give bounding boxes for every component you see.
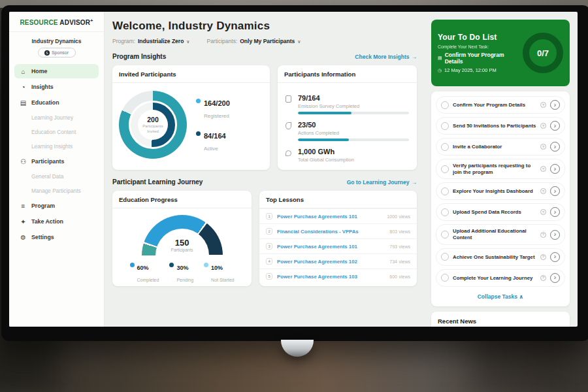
chevron-up-icon: ∧ [519, 293, 523, 300]
info-icon[interactable]: ? [540, 102, 546, 108]
arrow-right-icon: → [412, 179, 417, 186]
lesson-link[interactable]: Power Purchase Agreements 101 [277, 214, 382, 220]
program-insights-header: Program Insights Check More Insights→ [112, 53, 417, 60]
lesson-row: 3 Power Purchase Agreements 101 793 view… [259, 238, 417, 253]
collapse-tasks-link[interactable]: Collapse Tasks ∧ [436, 290, 565, 304]
sidebar-item-program[interactable]: ≡ Program [14, 199, 99, 213]
sidebar-item-education[interactable]: ▤ Education [14, 95, 99, 110]
top-lessons-card: Top Lessons 1 Power Purchase Agreements … [259, 191, 417, 286]
sidebar-item-manage-participants[interactable]: Manage Participants [14, 184, 99, 197]
checkbox-icon[interactable] [441, 101, 449, 109]
legend-dot [196, 99, 201, 103]
invited-participants-donut: 200 Participants Invited [119, 91, 187, 159]
checkbox-icon[interactable] [441, 253, 449, 261]
todo-panel: Your To Do List Complete Your Next Task:… [423, 12, 578, 327]
sidebar-item-learning-insights[interactable]: Learning Insights [14, 140, 99, 153]
info-icon[interactable]: ? [540, 166, 546, 172]
info-icon[interactable]: ? [540, 209, 546, 215]
chevron-right-icon[interactable]: › [550, 121, 560, 131]
check-more-insights-link[interactable]: Check More Insights→ [355, 54, 417, 60]
lesson-link[interactable]: Power Purchase Agreements 101 [277, 244, 385, 250]
todo-item-5[interactable]: Upload Spend Data Records ? › [436, 203, 565, 221]
gear-icon: ⚙ [20, 234, 27, 241]
checkbox-icon[interactable] [441, 188, 449, 195]
legend-not-started: 10%Not Started [204, 261, 234, 284]
checkbox-icon[interactable] [441, 143, 449, 151]
lesson-link[interactable]: Power Purchase Agreements 102 [277, 259, 385, 265]
legend-completed: 60%Completed [130, 261, 159, 284]
legend-dot [196, 131, 201, 136]
todo-item-3[interactable]: Verify participants requesting to join t… [436, 159, 565, 179]
lesson-link[interactable]: Power Purchase Agreements 103 [277, 274, 385, 280]
participants-select[interactable]: Participants:Only My Participants∨ [206, 38, 301, 44]
page-title: Welcome, Industry Dynamics [112, 20, 417, 33]
info-icon[interactable]: ? [540, 144, 546, 150]
main-content: Welcome, Industry Dynamics Program:Indus… [105, 12, 423, 327]
legend-registered: 164/200 Registered [196, 97, 230, 120]
checkbox-icon[interactable] [441, 165, 449, 173]
actions-icon [286, 118, 293, 141]
sponsor-badge: S Sponsor [38, 48, 76, 57]
sidebar-item-home[interactable]: ⌂ Home [14, 64, 99, 78]
filter-bar: Program:Industrialize Zero∨ Participants… [112, 38, 417, 44]
chevron-right-icon[interactable]: › [550, 252, 560, 262]
legend-pending: 30%Pending [169, 261, 193, 284]
sidebar-item-take-action[interactable]: ✦ Take Action [14, 214, 99, 229]
sidebar-item-insights[interactable]: ◔ Insights [14, 80, 99, 94]
todo-item-0[interactable]: Confirm Your Program Details ? › [436, 96, 565, 114]
rank-badge: 4 [266, 258, 272, 265]
invited-participants-card: Invited Participants 200 Participants In… [112, 65, 270, 170]
section-title: Participant Learning Journey [112, 178, 203, 186]
sidebar-item-participants[interactable]: ⚇ Participants [14, 154, 99, 169]
todo-title: Your To Do List [438, 33, 521, 42]
lesson-row: 1 Power Purchase Agreements 101 1000 vie… [259, 208, 417, 223]
sidebar-item-settings[interactable]: ⚙ Settings [14, 230, 99, 244]
todo-item-1[interactable]: Send 50 Invitations to Participants ? › [436, 117, 565, 135]
todo-item-2[interactable]: Invite a Collaborator ? › [436, 138, 565, 155]
clipboard-icon: ▤ [438, 56, 442, 61]
education-progress-card: Education Progress 150 Participants 60%C… [112, 191, 252, 286]
sidebar-item-education-content[interactable]: Education Content [14, 125, 99, 139]
donut-legend: 164/200 Registered 84/164 Active [196, 97, 230, 153]
sidebar-nav: ⌂ Home ◔ Insights ▤ Education Learning J… [9, 63, 104, 247]
todo-item-6[interactable]: Upload Additional Educational Content ? … [436, 224, 565, 244]
info-icon[interactable]: ? [540, 275, 546, 281]
info-icon[interactable]: ? [540, 254, 546, 260]
chevron-right-icon[interactable]: › [550, 142, 560, 152]
go-to-learning-journey-link[interactable]: Go to Learning Journey→ [347, 179, 417, 186]
list-icon: ≡ [20, 203, 27, 210]
program-select[interactable]: Program:Industrialize Zero∨ [112, 38, 189, 44]
info-icon[interactable]: ? [540, 188, 546, 194]
checkbox-icon[interactable] [441, 274, 449, 282]
info-icon[interactable]: ? [540, 232, 546, 238]
todo-item-7[interactable]: Achieve One Sustainability Target ? › [436, 248, 565, 266]
todo-item-4[interactable]: Explore Your Insights Dashboard ? › [436, 182, 565, 200]
todo-item-8[interactable]: Complete Your Learning Journey ? › [436, 269, 565, 287]
card-title: Education Progress [112, 191, 252, 208]
home-icon: ⌂ [20, 68, 27, 75]
sponsor-icon: S [44, 50, 50, 56]
sidebar-item-learning-journey[interactable]: Learning Journey [14, 111, 99, 124]
chevron-right-icon[interactable]: › [550, 207, 560, 217]
sidebar-item-general-data[interactable]: General Data [14, 170, 99, 183]
lesson-row: 2 Financial Considerations - VPPAs 803 v… [259, 223, 417, 238]
lesson-row: 4 Power Purchase Agreements 102 734 view… [259, 253, 417, 269]
checkbox-icon[interactable] [441, 122, 449, 130]
learning-journey-header: Participant Learning Journey Go to Learn… [112, 178, 417, 186]
info-icon[interactable]: ? [540, 123, 546, 129]
chevron-right-icon[interactable]: › [550, 230, 560, 240]
clock-icon: ◷ [438, 68, 442, 73]
chevron-right-icon[interactable]: › [550, 164, 560, 174]
checkbox-icon[interactable] [441, 231, 449, 238]
app-logo: RESOURCE ADVISOR+ [9, 12, 104, 32]
checkbox-icon[interactable] [441, 208, 449, 216]
people-icon: ⚇ [20, 158, 27, 165]
monitor-stand [281, 340, 314, 357]
insights-icon: ◔ [20, 84, 27, 91]
chevron-right-icon[interactable]: › [550, 100, 560, 110]
chevron-right-icon[interactable]: › [550, 186, 560, 196]
arrow-right-icon: → [412, 54, 417, 60]
chevron-right-icon[interactable]: › [550, 273, 560, 283]
lesson-link[interactable]: Financial Considerations - VPPAs [277, 229, 385, 235]
education-progress-gauge: 150 Participants [142, 215, 223, 255]
